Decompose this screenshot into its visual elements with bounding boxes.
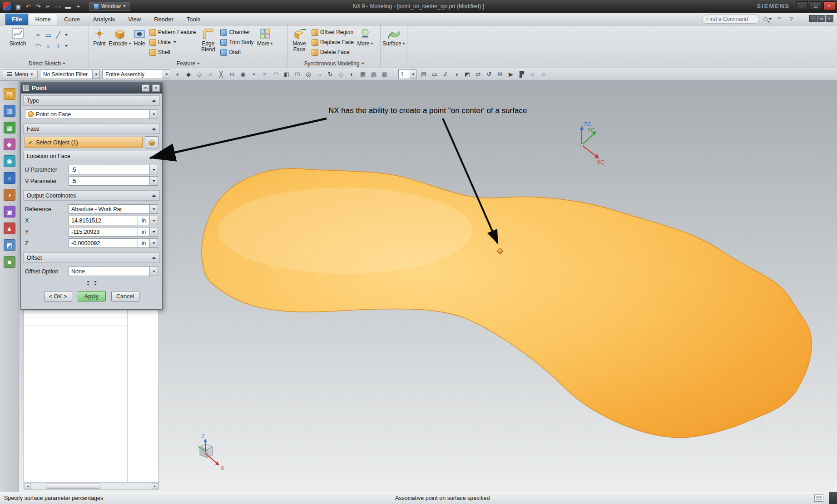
caret-down-icon[interactable] xyxy=(362,63,364,64)
save-icon[interactable]: ▣ xyxy=(14,2,23,11)
tab-view[interactable]: View xyxy=(122,14,147,25)
x-coordinate-input[interactable] xyxy=(71,217,138,224)
control-point-snap-icon[interactable]: ○ xyxy=(205,69,215,79)
find-command-box[interactable] xyxy=(702,15,759,24)
work-layer-combo[interactable] xyxy=(398,69,416,79)
wireframe-icon[interactable]: ▦ xyxy=(358,69,368,79)
circle-icon[interactable]: ○ xyxy=(44,41,53,50)
offset-option-combo[interactable]: None xyxy=(69,267,150,276)
u-parameter-input[interactable] xyxy=(71,167,149,173)
system-scenes-icon[interactable]: ■ xyxy=(4,256,15,268)
section-face[interactable]: Face xyxy=(23,124,160,134)
zoom-icon[interactable]: ◎ xyxy=(303,69,313,79)
section-output-coordinates[interactable]: Output Coordinates xyxy=(23,190,160,201)
x-dropdown[interactable] xyxy=(150,216,158,225)
reference-dropdown[interactable] xyxy=(150,204,158,214)
y-dropdown[interactable] xyxy=(150,227,158,237)
menu-button[interactable]: Menu xyxy=(3,69,38,79)
redo-icon[interactable]: ↷ xyxy=(34,2,43,11)
y-coordinate-input[interactable] xyxy=(71,229,138,235)
caret-down-icon[interactable] xyxy=(65,34,68,36)
show-hide-icon[interactable]: ◧ xyxy=(282,69,292,79)
roles-icon[interactable]: ◩ xyxy=(4,239,15,251)
studio-spline-icon[interactable]: ≈ xyxy=(34,30,43,40)
constraint-navigator-icon[interactable]: ▥ xyxy=(4,105,15,117)
doc-close-button[interactable]: × xyxy=(826,15,833,22)
add-icon[interactable]: + xyxy=(74,2,83,11)
fit-view-icon[interactable]: ⊡ xyxy=(292,69,302,79)
x-unit[interactable]: in xyxy=(138,216,150,225)
paste-icon[interactable]: ▬ xyxy=(64,2,73,11)
ribbon-button-pattern-feature[interactable]: Pattern Feature xyxy=(148,27,197,37)
arc-center-snap-icon[interactable]: ⊙ xyxy=(227,69,237,79)
z-dropdown[interactable] xyxy=(150,238,158,248)
ribbon-button-unite[interactable]: Unite xyxy=(148,37,197,47)
hole-button[interactable]: Hole xyxy=(131,26,148,59)
measure-icon[interactable]: ∠ xyxy=(441,69,451,79)
process-studio-icon[interactable]: ▣ xyxy=(4,206,15,217)
caret-down-icon[interactable] xyxy=(63,63,65,64)
v-parameter-input[interactable] xyxy=(71,178,149,184)
window-tile-icon[interactable]: ▛ xyxy=(517,69,527,79)
caret-down-icon[interactable] xyxy=(410,70,416,79)
manufacturing-wizard-icon[interactable]: ▲ xyxy=(4,222,15,234)
move-face-button[interactable]: Move Face xyxy=(289,26,310,59)
ribbon-button-chamfer[interactable]: Chamfer xyxy=(219,27,255,37)
web-browser-icon[interactable]: ○ xyxy=(4,172,15,184)
tab-curve[interactable]: Curve xyxy=(58,14,86,25)
v-parameter-dropdown[interactable] xyxy=(150,176,158,186)
ribbon-button-delete-face[interactable]: Delete Face xyxy=(310,47,355,57)
ribbon-button-shell[interactable]: Shell xyxy=(148,47,197,57)
tab-file[interactable]: File xyxy=(5,14,28,25)
reuse-library-icon[interactable]: ◆ xyxy=(4,138,15,150)
assembly-navigator-icon[interactable]: ▤ xyxy=(4,88,15,100)
caret-down-icon[interactable] xyxy=(197,63,200,64)
pan-icon[interactable]: ↔ xyxy=(314,69,324,79)
scrollbar-thumb[interactable] xyxy=(46,484,100,489)
tab-home[interactable]: Home xyxy=(29,14,57,25)
scroll-left-button[interactable]: ◂ xyxy=(25,483,31,489)
section-type[interactable]: Type xyxy=(23,95,160,106)
face-select-button[interactable] xyxy=(145,136,158,148)
maximize-button[interactable]: □ xyxy=(810,1,822,10)
scroll-right-button[interactable]: ▸ xyxy=(152,483,158,489)
collapse-icon[interactable] xyxy=(152,128,156,130)
doc-minimize-button[interactable]: ─ xyxy=(809,15,817,22)
move-object-icon[interactable]: ⇄ xyxy=(473,69,483,79)
help-icon[interactable]: ? xyxy=(787,15,796,24)
minimize-ribbon-icon[interactable]: ^ xyxy=(775,15,784,24)
clip-section-icon[interactable]: ▥ xyxy=(380,69,390,79)
work-layer-input[interactable] xyxy=(399,71,409,78)
hd3d-tools-icon[interactable]: ◉ xyxy=(4,155,15,167)
arc-icon[interactable]: ◠ xyxy=(34,41,43,50)
z-coordinate-input[interactable] xyxy=(71,240,138,247)
cancel-button[interactable]: Cancel xyxy=(111,291,139,301)
collapse-icon[interactable] xyxy=(152,99,156,102)
type-combo[interactable]: Point on Face xyxy=(25,109,150,119)
view-manager-icon[interactable]: ▤ xyxy=(419,69,429,79)
offset-option-dropdown[interactable] xyxy=(150,267,158,276)
grid-icon[interactable]: ⊞ xyxy=(495,69,505,79)
minimize-button[interactable]: ─ xyxy=(796,1,808,10)
background-icon[interactable]: ▨ xyxy=(369,69,379,79)
collapse-icon[interactable] xyxy=(152,257,156,259)
style-shaded-icon[interactable]: ◐ xyxy=(347,69,357,79)
snap-point-icon[interactable]: + xyxy=(173,69,183,79)
status-grid-icon[interactable] xyxy=(814,494,823,502)
selection-ball-icon[interactable]: ○ xyxy=(528,69,538,79)
ok-button[interactable]: < OK > xyxy=(44,291,72,301)
sketch-button[interactable]: Sketch xyxy=(6,26,29,59)
window-menu-button[interactable]: Window xyxy=(89,2,130,11)
selection-filter-combo[interactable]: No Selection Filter xyxy=(40,69,100,79)
copy-icon[interactable]: ▭ xyxy=(54,2,63,11)
u-parameter-dropdown[interactable] xyxy=(150,165,158,174)
quadrant-snap-icon[interactable]: ◉ xyxy=(238,69,248,79)
doc-restore-button[interactable]: ▭ xyxy=(817,15,825,22)
z-unit[interactable]: in xyxy=(138,238,150,248)
type-combo-dropdown[interactable] xyxy=(150,109,158,119)
dialog-restore-button[interactable]: ▭ xyxy=(142,84,149,92)
ribbon-button-draft[interactable]: Draft xyxy=(219,47,255,57)
extrude-button[interactable]: Extrude xyxy=(109,26,131,59)
play-macro-icon[interactable]: ▶ xyxy=(506,69,516,79)
edit-display-icon[interactable]: ◩ xyxy=(462,69,472,79)
